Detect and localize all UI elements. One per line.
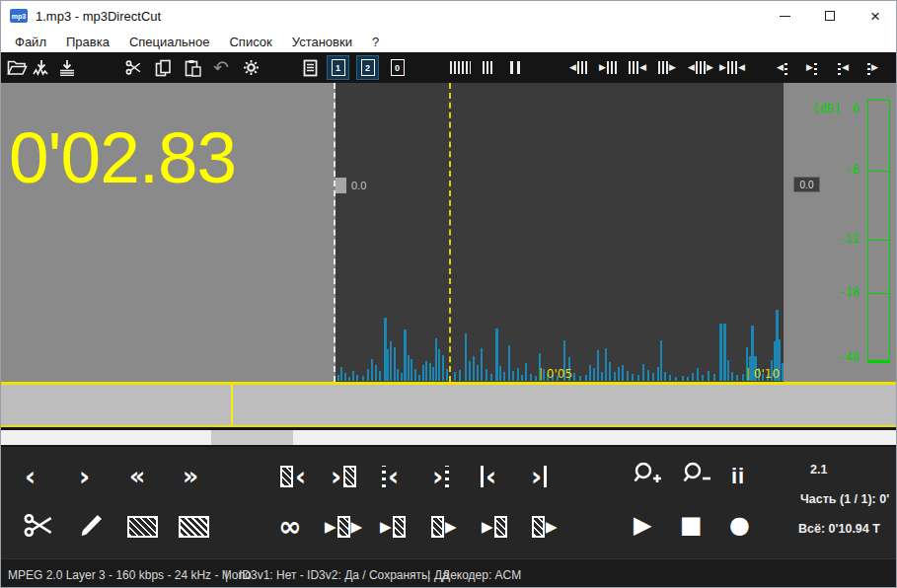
- toolbar-layout-2-button[interactable]: 2: [356, 55, 379, 80]
- menu-item-settings[interactable]: Установки: [282, 33, 362, 51]
- folder-open-icon: [7, 59, 28, 76]
- fade-in-start-button[interactable]: ◀: [777, 56, 787, 79]
- separator: |: [225, 568, 228, 582]
- close-button[interactable]: ×: [853, 1, 897, 31]
- waveform-spike: [664, 372, 666, 381]
- minimize-button[interactable]: [762, 1, 807, 31]
- waveform-spike: [394, 347, 396, 381]
- waveform-spike: [387, 349, 389, 381]
- arrow-right-lines-icon: ▶: [599, 63, 606, 72]
- paste-icon: [185, 59, 201, 77]
- waveform-spike: [573, 373, 575, 381]
- waveform-spike: [731, 372, 733, 381]
- info-panel: 2.1 Часть (1 / 1): 0' Всё: 0'10.94 Т: [1, 447, 897, 558]
- time-tick-label: | 0'05: [539, 367, 572, 381]
- time-tick-label: | 0'10: [746, 367, 780, 381]
- pause-display-button[interactable]: [510, 56, 520, 79]
- settings-button[interactable]: [243, 56, 260, 79]
- menu-item-help[interactable]: ?: [362, 33, 389, 51]
- maximize-button[interactable]: [807, 1, 853, 31]
- waveform-spike: [614, 372, 616, 381]
- undo-icon: ↶: [213, 56, 229, 79]
- gain-handle[interactable]: [336, 178, 346, 193]
- cue-in-left-button[interactable]: ◀: [569, 56, 587, 79]
- playback-cursor-line[interactable]: [449, 83, 451, 382]
- toolbar-layout-1-button[interactable]: 1: [327, 55, 349, 80]
- app-icon: mp3: [10, 9, 28, 23]
- gain-value-box[interactable]: 0.0: [793, 177, 820, 192]
- overview-bar[interactable]: [1, 385, 897, 427]
- fade-in-end-button[interactable]: ▶: [806, 56, 817, 79]
- cut-button[interactable]: [125, 56, 142, 79]
- cue-out-right-button[interactable]: ▶: [658, 56, 676, 79]
- lines-icon: [483, 61, 493, 74]
- cue-in-right-button[interactable]: ▶: [599, 56, 617, 79]
- waveform-spike: [585, 375, 587, 381]
- menu-item-special[interactable]: Специальное: [119, 33, 220, 51]
- waveform-spike: [348, 377, 350, 381]
- waveform-spike: [508, 345, 510, 381]
- fade-arrow-right-icon: ▶: [806, 63, 813, 72]
- waveform-spike: [579, 376, 581, 381]
- save-list-icon: [58, 59, 76, 76]
- menu-item-edit[interactable]: Правка: [56, 33, 119, 51]
- arrows-in-lines-icon: ◀: [688, 63, 695, 72]
- waveform-spike: [692, 373, 694, 381]
- waveform-spike: [418, 375, 420, 381]
- cue-out-left-button[interactable]: ◀: [629, 56, 646, 79]
- overview-cursor[interactable]: [231, 385, 233, 425]
- waveform-spike: [657, 367, 659, 381]
- copy-button[interactable]: [155, 56, 172, 79]
- menu-item-list[interactable]: Список: [219, 33, 281, 51]
- waveform-editor[interactable]: 0.0 [dB] 0-6-12-18-48 0'02.83 0.0 | 0'05…: [1, 83, 897, 382]
- fade-out-end-button[interactable]: ▶: [867, 56, 878, 79]
- db-tick-label: -12: [820, 232, 860, 246]
- waveform-spike: [637, 375, 639, 381]
- maximize-icon: [825, 11, 835, 21]
- toolbar-layout-0-button[interactable]: 0: [386, 55, 409, 80]
- waveform-spike: [454, 372, 456, 381]
- scrollbar-thumb[interactable]: [211, 430, 293, 445]
- waveform-spike: [682, 376, 684, 381]
- waveform-spike: [340, 367, 342, 381]
- open-file-button[interactable]: [7, 56, 28, 79]
- waveform-spike: [356, 375, 358, 381]
- meter-division-line: [868, 171, 889, 172]
- waveform-spike: [632, 374, 634, 381]
- mp3directcut-window: mp3 1.mp3 - mp3DirectCut × ФайлПравкаСпе…: [0, 0, 897, 588]
- shrink-selection-button[interactable]: ▶◀: [719, 56, 745, 79]
- save-list-button[interactable]: [58, 56, 76, 79]
- document-icon: [303, 59, 318, 77]
- waveform-spike: [525, 363, 527, 381]
- fade-out-start-button[interactable]: ◀: [838, 56, 849, 79]
- db-tick-label: -6: [820, 163, 860, 177]
- scissors-icon: [125, 59, 142, 76]
- waveform-spike: [723, 324, 726, 381]
- db-tick-label: 0: [820, 102, 860, 115]
- undo-button[interactable]: ↶: [213, 56, 229, 79]
- waveform-spike: [782, 363, 784, 381]
- lines-arrow-right-icon: [658, 61, 668, 74]
- menubar: ФайлПравкаСпециальноеСписокУстановки?: [1, 31, 897, 52]
- horizontal-scrollbar[interactable]: [1, 430, 897, 445]
- waveform-spike: [521, 375, 523, 381]
- menu-item-file[interactable]: Файл: [5, 33, 56, 51]
- waveform-spike: [627, 371, 629, 381]
- waveform-spike: [530, 374, 532, 381]
- expand-selection-button[interactable]: ◀▶: [688, 56, 713, 79]
- file-info-button[interactable]: [303, 56, 318, 79]
- waveform-spike: [432, 367, 434, 381]
- part-label: Часть (1 / 1): 0': [800, 492, 889, 506]
- save-audio-button[interactable]: [33, 56, 50, 79]
- fade-arrow-right2-icon: ▶: [871, 63, 878, 72]
- paste-button[interactable]: [185, 56, 201, 79]
- waveform-spike: [495, 329, 498, 381]
- waveform-spike: [465, 333, 467, 381]
- selection-boundary-line[interactable]: [334, 83, 336, 382]
- waveform-spike: [669, 375, 671, 381]
- waveform-spike: [618, 367, 620, 381]
- scroll-mode-button[interactable]: [483, 56, 493, 79]
- waveform-spike: [486, 369, 487, 381]
- waveform-spike: [414, 369, 416, 381]
- vu-display-button[interactable]: [450, 56, 471, 79]
